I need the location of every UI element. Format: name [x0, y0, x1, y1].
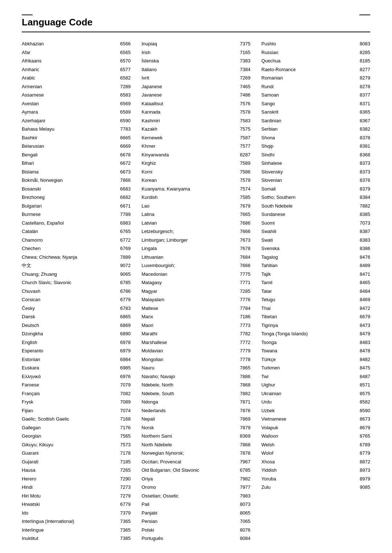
- table-row: Thai8472: [261, 304, 370, 313]
- language-name: Gallegan: [22, 424, 120, 431]
- language-name: Tsonga: [261, 339, 360, 346]
- table-row: Belarusian6669: [22, 142, 131, 151]
- language-name: Kalaallisut: [142, 100, 240, 107]
- table-row: Bislama6673: [22, 168, 131, 176]
- table-row: Burmese7789: [22, 210, 131, 219]
- language-name: Tigrinya: [261, 322, 360, 329]
- table-row: Bengali6678: [22, 151, 131, 159]
- table-row: Tonga (Tonga Islands)8479: [261, 329, 370, 338]
- language-code: 7775: [240, 271, 250, 278]
- language-code: 7977: [240, 484, 250, 491]
- table-row: Javanese7486: [142, 91, 250, 99]
- language-code: 7673: [240, 237, 250, 244]
- language-name: Wolof: [261, 450, 360, 457]
- language-code: 8376: [360, 177, 370, 184]
- language-name: 中文: [22, 262, 120, 269]
- language-code: 6565: [120, 49, 131, 56]
- column-2: Inupiaq7375Irish7165Íslenska7383Italiano…: [142, 40, 250, 543]
- table-row: Azerhaijani6590: [22, 116, 131, 125]
- language-code: 8278: [360, 83, 370, 90]
- language-name: Irish: [142, 49, 240, 56]
- table-row: Luxembourgish;7666: [142, 261, 250, 270]
- language-code: 8285: [360, 49, 370, 56]
- language-code: 7065: [240, 518, 250, 525]
- language-code: 7665: [240, 211, 250, 218]
- table-row: Nederlands7876: [142, 406, 250, 415]
- language-code: 7779: [240, 347, 250, 355]
- language-name: Deutsch: [22, 322, 120, 329]
- language-code: 6869: [120, 322, 131, 329]
- language-name: Chuang; Zhuang: [22, 271, 120, 278]
- language-name: Kurdish: [142, 194, 240, 201]
- language-code: 7186: [240, 313, 250, 320]
- table-row: Swati8383: [261, 236, 370, 245]
- language-code: 8571: [360, 381, 370, 389]
- language-code: 7866: [120, 177, 131, 184]
- language-name: Euskara: [22, 364, 120, 372]
- language-name: Serbian: [261, 126, 360, 133]
- language-code: 6976: [120, 373, 131, 380]
- table-row: Bulgarian6671: [22, 202, 131, 210]
- table-row: Japanese7465: [142, 82, 250, 91]
- language-code: 8369: [240, 433, 250, 440]
- language-code: 7574: [240, 185, 250, 193]
- language-name: Castellano, Español: [22, 220, 120, 227]
- language-code: 8084: [240, 535, 250, 542]
- language-name: Esperanto: [22, 347, 120, 355]
- language-name: Aymara: [22, 108, 120, 116]
- table-row: Chewa; Chichewa; Nyanja7889: [22, 253, 131, 262]
- language-name: Welsh: [261, 441, 360, 448]
- table-row: Sundanese8385: [261, 210, 370, 219]
- language-name: Corsican: [22, 296, 120, 303]
- language-name: Latina: [142, 211, 240, 218]
- table-row: Ελληνικά6976: [22, 372, 131, 381]
- language-code: 6683: [120, 185, 131, 193]
- language-code: 7583: [240, 117, 250, 124]
- table-row: Lao7679: [142, 202, 250, 210]
- language-code: 7074: [120, 407, 131, 414]
- table-row: Castellano, Español6983: [22, 219, 131, 228]
- language-name: Yiddish: [261, 467, 360, 474]
- table-row: Polski8076: [142, 526, 250, 534]
- table-row: Interlingua (International)7365: [22, 517, 131, 526]
- table-row: Malagasy7771: [142, 278, 250, 287]
- language-name: Bulgarian: [22, 202, 120, 210]
- language-code: 7876: [240, 407, 250, 414]
- table-row: Nauru7865: [142, 364, 250, 372]
- language-name: Kashmiri: [142, 117, 240, 124]
- language-name: Panjabi: [142, 509, 240, 517]
- table-row: Português8084: [142, 534, 250, 543]
- language-code: 7771: [240, 279, 250, 286]
- table-row: Swahili8387: [261, 227, 370, 236]
- language-name: Khmer: [142, 143, 240, 150]
- table-row: Hausa7265: [22, 466, 131, 475]
- language-code: 8377: [360, 91, 370, 99]
- language-code: 7686: [240, 220, 250, 227]
- language-code: 8383: [360, 237, 370, 244]
- table-row: Dansk6865: [22, 312, 131, 321]
- table-row: Kuanyama; Kwanyama7574: [142, 185, 250, 193]
- language-name: Kinyarwanda: [142, 151, 240, 159]
- language-name: Yoruba: [261, 475, 360, 483]
- language-name: Nederlands: [142, 407, 240, 414]
- language-code: 8478: [360, 347, 370, 355]
- table-row: Russian8285: [261, 48, 370, 57]
- table-row: Shqip8381: [261, 142, 370, 151]
- language-code: 8076: [240, 527, 250, 534]
- language-code: 8382: [360, 126, 370, 133]
- table-row: Avestan6569: [22, 99, 131, 108]
- table-row: Serbian8382: [261, 125, 370, 134]
- language-code: 6785: [240, 467, 250, 474]
- table-row: Corsican6779: [22, 295, 131, 304]
- language-code: 8473: [360, 322, 370, 329]
- language-name: Malagasy: [142, 279, 240, 286]
- language-name: Italiano: [142, 66, 240, 73]
- table-row: Old Bulgarian; Old Slavonic6785: [142, 466, 250, 475]
- table-row: Gallegan7176: [22, 423, 131, 432]
- table-row: Sanskrit8365: [261, 108, 370, 116]
- language-name: Komi: [142, 168, 240, 176]
- language-code: 7577: [240, 143, 250, 150]
- language-code: 8379: [360, 185, 370, 193]
- language-name: Samoan: [261, 91, 360, 99]
- language-code: 8476: [360, 254, 370, 261]
